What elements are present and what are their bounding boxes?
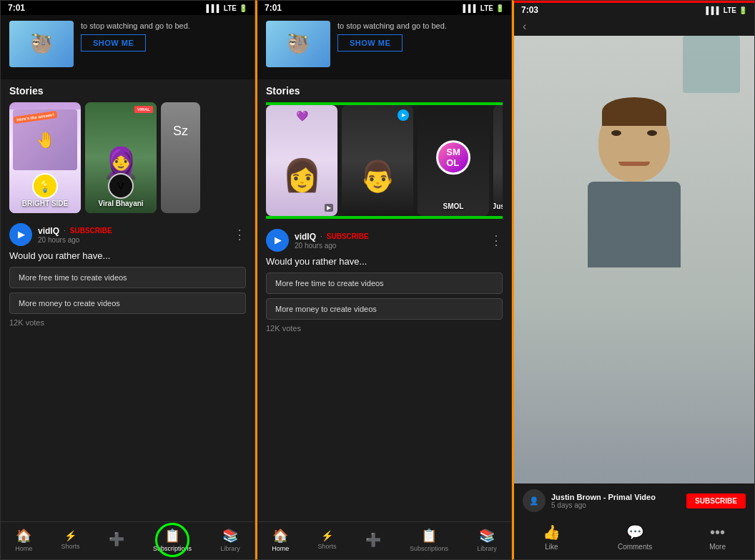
sloth-emoji-2: 🦥 — [287, 33, 310, 55]
nav-add-2[interactable]: ➕ — [360, 531, 387, 549]
story-card-girl[interactable]: 💜 👩 ▶ — [266, 105, 337, 216]
preview-text-1: to stop watching and go to bed. — [81, 21, 190, 31]
face-hair — [602, 97, 666, 126]
spacer-1 — [1, 331, 255, 521]
bg-element-1 — [683, 36, 740, 93]
status-icons-3: ▌▌▌ LTE 🔋 — [706, 6, 747, 14]
subscribe-button-3[interactable]: SUBSCRIBE — [686, 493, 746, 509]
comments-action[interactable]: 💬 Comments — [618, 524, 652, 551]
stories-section-1: Stories Here's the answer! 🤚 💡 BRIGHT SI… — [1, 79, 255, 216]
girl-figure: 👩 — [282, 157, 322, 194]
add-icon-2: ➕ — [365, 532, 381, 548]
poll-option-1b[interactable]: More money to create videos — [9, 293, 246, 314]
like-action[interactable]: 👍 Like — [543, 524, 561, 551]
battery-icon-1: 🔋 — [239, 4, 247, 12]
body-torso — [588, 182, 681, 267]
post-avatar-icon-2: ▶ — [275, 235, 281, 245]
post-avatar-2: ▶ — [266, 229, 289, 252]
more-label: More — [709, 543, 726, 551]
lte-badge-3: LTE — [724, 6, 736, 14]
show-me-button-1[interactable]: SHOW ME — [81, 34, 146, 51]
status-icons-1: ▌▌▌ LTE 🔋 — [207, 4, 247, 12]
smol-logo: SMOL — [436, 140, 470, 175]
subscriptions-label-2: Subscriptions — [410, 545, 448, 552]
face-head — [598, 103, 670, 182]
preview-text-2: to stop watching and go to bed. — [337, 21, 447, 31]
phone-2: 7:01 ▌▌▌ LTE 🔋 🦥 to stop watching and go… — [255, 0, 512, 560]
poll-option-2b[interactable]: More money to create videos — [266, 298, 503, 320]
right-eye — [647, 130, 657, 136]
channel-name-2[interactable]: vidIQ — [295, 232, 316, 242]
nav-home-1[interactable]: 🏠 Home — [9, 526, 38, 554]
home-label-2: Home — [272, 545, 289, 552]
partial-card-content: Sz — [161, 124, 200, 139]
status-bar-3: 7:03 ▌▌▌ LTE 🔋 — [514, 3, 754, 17]
lte-badge-2: LTE — [480, 4, 493, 12]
signal-bars-3: ▌▌▌ — [706, 6, 721, 14]
justin-figure-container: 👨‍💼 — [493, 105, 503, 183]
story-card-partial-1[interactable]: Sz — [161, 102, 200, 213]
post-time-1: 20 hours ago — [38, 236, 227, 244]
home-icon-1: 🏠 — [16, 528, 31, 544]
nav-subscriptions-2[interactable]: 📋 Subscriptions — [404, 526, 454, 554]
poll-option-2a[interactable]: More free time to create videos — [266, 272, 503, 294]
story-card-viral[interactable]: VIRAL 🧕 V Viral Bhayani — [85, 102, 157, 213]
post-time-2: 20 hours ago — [295, 242, 484, 250]
poll-votes-1: 12K votes — [9, 318, 246, 327]
story-avatar-viral: V — [108, 173, 134, 199]
left-eye — [611, 130, 621, 136]
nav-home-2[interactable]: 🏠 Home — [266, 526, 295, 554]
sloth-emoji-1: 🦥 — [30, 33, 53, 55]
status-bar-2: 7:01 ▌▌▌ LTE 🔋 — [257, 1, 511, 15]
like-label: Like — [545, 543, 558, 551]
video-post-1: ▶ vidIQ · SUBSCRIBE 20 hours ago ⋮ Would… — [1, 216, 255, 331]
mouth — [618, 162, 650, 166]
poll-option-1a[interactable]: More free time to create videos — [9, 267, 246, 288]
story-card-smol[interactable]: SMOL SMOL — [418, 105, 489, 216]
subscriptions-icon-2: 📋 — [421, 528, 437, 544]
story-card-justin[interactable]: 👨‍💼 👤 Justin Brown - Prim... — [493, 105, 503, 216]
stories-title-2: Stories — [266, 85, 503, 97]
post-info-2: vidIQ · SUBSCRIBE 20 hours ago — [295, 232, 484, 250]
subscribe-badge-2[interactable]: SUBSCRIBE — [327, 232, 369, 240]
preview-right-2: to stop watching and go to bed. SHOW ME — [337, 21, 447, 51]
show-me-button-2[interactable]: SHOW ME — [337, 34, 403, 51]
nav-library-1[interactable]: 📚 Library — [214, 526, 246, 554]
shorts-icon-1: ⚡ — [64, 530, 77, 541]
stories-title-1: Stories — [9, 85, 246, 97]
home-icon-2: 🏠 — [272, 528, 288, 544]
post-more-1[interactable]: ⋮ — [233, 227, 246, 242]
status-bar-1: 7:01 ▌▌▌ LTE 🔋 — [1, 1, 255, 15]
shorts-icon-2: ⚡ — [321, 530, 333, 541]
post-more-2[interactable]: ⋮ — [490, 232, 503, 248]
more-action[interactable]: ••• More — [709, 524, 726, 551]
video-channel-name[interactable]: Justin Brown - Primal Video — [551, 493, 681, 501]
video-post-time: 5 days ago — [551, 501, 681, 509]
post-header-2: ▶ vidIQ · SUBSCRIBE 20 hours ago ⋮ — [266, 229, 503, 252]
story-card-brightside[interactable]: Here's the answer! 🤚 💡 BRIGHT SIDE — [9, 102, 81, 213]
subscribe-badge-1[interactable]: SUBSCRIBE — [70, 227, 112, 235]
nav-subscriptions-1[interactable]: 📋 Subscriptions — [147, 526, 197, 554]
top-preview-2: 🦥 to stop watching and go to bed. SHOW M… — [257, 15, 511, 79]
phone-3: 7:03 ▌▌▌ LTE 🔋 ‹ — [512, 0, 755, 560]
home-label-1: Home — [15, 545, 32, 552]
green-highlight-bar-bottom — [266, 216, 503, 219]
post-channel-1: vidIQ · SUBSCRIBE — [38, 226, 227, 236]
preview-right-1: to stop watching and go to bed. SHOW ME — [81, 21, 190, 51]
video-main-area[interactable] — [514, 36, 754, 483]
story-card-man[interactable]: ▶ 👨 — [342, 105, 413, 216]
phone-1: 7:01 ▌▌▌ LTE 🔋 🦥 to stop watching and go… — [0, 0, 255, 560]
channel-name-1[interactable]: vidIQ — [38, 226, 59, 236]
shorts-label-2: Shorts — [317, 543, 336, 550]
nav-shorts-1[interactable]: ⚡ Shorts — [55, 529, 85, 551]
lte-badge-1: LTE — [224, 4, 237, 12]
status-icons-2: ▌▌▌ LTE 🔋 — [463, 4, 504, 12]
video-channel-avatar[interactable]: 👤 — [523, 489, 546, 512]
back-arrow[interactable]: ‹ — [514, 17, 754, 36]
nav-shorts-2[interactable]: ⚡ Shorts — [312, 529, 342, 551]
time-2: 7:01 — [265, 3, 282, 13]
nav-library-2[interactable]: 📚 Library — [471, 526, 503, 554]
top-preview-1: 🦥 to stop watching and go to bed. SHOW M… — [1, 15, 255, 79]
bottom-nav-1: 🏠 Home ⚡ Shorts ➕ 📋 Subscriptions 📚 Libr… — [1, 521, 255, 559]
nav-add-1[interactable]: ➕ — [103, 530, 130, 550]
